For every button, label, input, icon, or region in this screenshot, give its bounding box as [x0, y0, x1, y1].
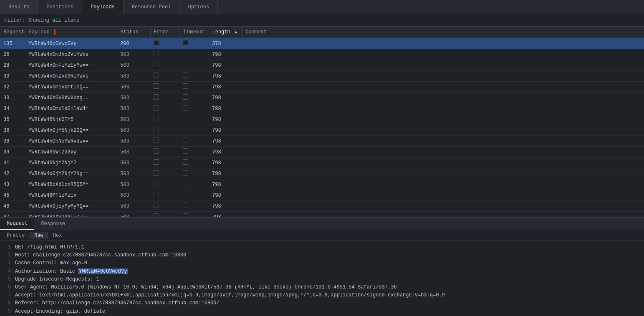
cell-comment [242, 60, 644, 71]
table-row[interactable]: 38 YWRtaW4xOnNoYWRvdw== 503 798 [0, 136, 644, 147]
line-number: 1 [4, 243, 11, 251]
col-header-status[interactable]: Status [117, 27, 150, 38]
tab-resource-pool[interactable]: Resource Pool [124, 0, 180, 14]
cell-comment [242, 71, 644, 82]
tab-payloads[interactable]: Payloads [82, 0, 124, 14]
table-row[interactable]: 45 YWRtaW46MTlzMzlx 503 798 [0, 190, 644, 201]
cell-status: 503 [117, 82, 150, 93]
request-code-area[interactable]: 1 GET /flag.html HTTP/1.1 2 Host: challe… [0, 241, 644, 316]
panel-tab-response[interactable]: Response [34, 218, 72, 230]
cell-timeout [179, 179, 209, 190]
cell-timeout [179, 60, 209, 71]
error-checkbox [154, 138, 159, 143]
tab-options[interactable]: Options [179, 0, 217, 14]
col-header-error[interactable]: Error [150, 27, 179, 38]
timeout-checkbox [183, 62, 188, 67]
table-row[interactable]: 34 YWRtaW4xOmxldG1laW4= 503 798 [0, 103, 644, 114]
cell-error [150, 60, 179, 71]
cell-error [150, 158, 179, 168]
cell-comment [242, 38, 644, 49]
cell-status: 503 [117, 168, 150, 179]
timeout-checkbox [183, 116, 188, 121]
table-row[interactable]: 35 YWRtaW46NjkOTY5 503 798 [0, 114, 644, 125]
sub-tab-hex[interactable]: Hex [49, 232, 66, 239]
timeout-checkbox [183, 148, 188, 154]
cell-payload: YWRtaW4xOjEyMyMyMQ== [25, 201, 117, 212]
cell-error [150, 82, 179, 93]
table-row[interactable]: 32 YWRtaW4xOm1vbmtleQ== 503 798 [0, 82, 644, 93]
cell-status: 503 [117, 136, 150, 147]
col-header-comment[interactable]: Comment [242, 27, 644, 38]
cell-payload: YWRtaW46cGVwcGVy [25, 38, 117, 49]
table-row[interactable]: 43 YWRtaW46cXdlcnR5QSM= 503 798 [0, 179, 644, 190]
cell-error [150, 71, 179, 82]
cell-comment [242, 147, 644, 158]
table-row[interactable]: 26 YWRtaW4xOmJhc2ViYWxs 503 798 [0, 49, 644, 60]
cell-comment [242, 212, 644, 217]
cell-comment [242, 103, 644, 114]
sub-tab-pretty[interactable]: Pretty [3, 232, 29, 239]
cell-error [150, 125, 179, 136]
error-checkbox [154, 213, 159, 217]
cell-comment [242, 201, 644, 212]
cell-timeout [179, 114, 209, 125]
cell-length: 798 [209, 212, 242, 217]
cell-request: 35 [0, 114, 25, 125]
line-content: GET /flag.html HTTP/1.1 [15, 243, 84, 251]
cell-request: 33 [0, 93, 25, 103]
timeout-checkbox [183, 73, 188, 78]
table-row[interactable]: 41 YWRtaW46NjY2NjY2 503 798 [0, 158, 644, 168]
cell-status: 503 [117, 49, 150, 60]
table-row[interactable]: 42 YWRtaW4xOjY2NjY2Ng== 503 798 [0, 168, 644, 179]
cell-payload: YWRtaW46cXdlcnR5QSM= [25, 179, 117, 190]
table-row[interactable]: 36 YWRtaW4xOjY5Njk2OQ== 503 798 [0, 125, 644, 136]
table-row[interactable]: 30 YWRtaW4xOmZvb3RiYWxs 503 798 [0, 71, 644, 82]
cell-length: 798 [209, 179, 242, 190]
code-line: 3 Cache-Control: max-age=0 [4, 259, 640, 267]
cell-request: 46 [0, 201, 25, 212]
cell-error [150, 93, 179, 103]
table-row[interactable]: 28 YWRtaW4xOmFiYzEyMw== 503 798 [0, 60, 644, 71]
highlighted-value: YWRtaW46cGVwcGVy [78, 268, 128, 274]
table-row[interactable]: 46 YWRtaW4xOjEyMyMyMQ== 503 798 [0, 201, 644, 212]
tab-bar: Results Positions Payloads Resource Pool… [0, 0, 644, 14]
table-row[interactable]: 33 YWRtaW46bGV0bWVpbg== 503 798 [0, 93, 644, 103]
cell-comment [242, 114, 644, 125]
cell-comment [242, 179, 644, 190]
tab-results[interactable]: Results [0, 0, 38, 14]
col-header-payload[interactable]: Payload [25, 27, 117, 38]
panel-tab-request[interactable]: Request [0, 218, 34, 230]
timeout-checkbox [183, 192, 188, 197]
cell-comment [242, 136, 644, 147]
cell-payload: YWRtaW4xOmZvb3RiYWxs [25, 71, 117, 82]
cell-timeout [179, 158, 209, 168]
error-checkbox [154, 181, 159, 186]
col-header-length[interactable]: Length ▲ [209, 27, 242, 38]
cell-status: 503 [117, 93, 150, 103]
cell-payload: YWRtaW46MTlzMzlx [25, 190, 117, 201]
table-row[interactable]: 135 YWRtaW46cGVwcGVy 200 378 [0, 38, 644, 49]
cell-comment [242, 168, 644, 179]
timeout-checkbox [183, 181, 188, 186]
table-row[interactable]: 39 YWRtaW46bWFzdGVy 503 798 [0, 147, 644, 158]
cell-comment [242, 93, 644, 103]
cell-timeout [179, 147, 209, 158]
cell-payload: YWRtaW4xOmxldG1laW4= [25, 103, 117, 114]
cell-payload: YWRtaW4xOmJhc2ViYWxs [25, 49, 117, 60]
cell-timeout [179, 49, 209, 60]
line-content: Upgrade-Insecure-Requests: 1 [15, 276, 99, 283]
results-table-wrapper[interactable]: Request Payload Status Error Timeout Len… [0, 27, 644, 217]
col-header-request[interactable]: Request [0, 27, 25, 38]
cell-error [150, 168, 179, 179]
cell-error [150, 49, 179, 60]
cell-length: 798 [209, 114, 242, 125]
col-header-timeout[interactable]: Timeout [179, 27, 209, 38]
cell-error [150, 136, 179, 147]
line-number: 4 [4, 268, 11, 276]
tab-positions[interactable]: Positions [38, 0, 82, 14]
error-checkbox [154, 73, 159, 78]
resize-handle[interactable] [54, 29, 56, 35]
sub-tab-raw[interactable]: Raw [30, 232, 48, 239]
table-row[interactable]: 47 YWRtaW46bXVzdGFuZw== 503 798 [0, 212, 644, 217]
cell-comment [242, 82, 644, 93]
